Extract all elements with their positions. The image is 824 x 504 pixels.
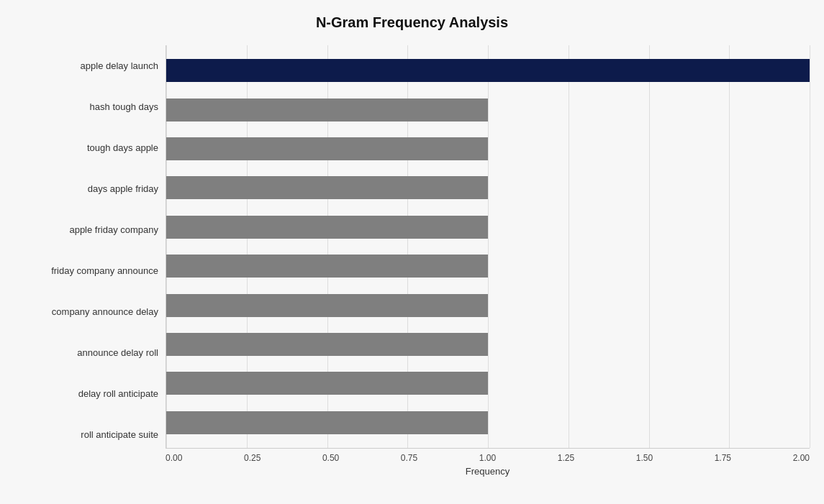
x-axis-label: 1.25	[558, 453, 574, 463]
y-label: roll anticipate suite	[14, 429, 158, 441]
bar-row	[166, 325, 810, 364]
y-labels: apple delay launchhash tough daystough d…	[14, 45, 166, 477]
bar-row	[166, 208, 810, 247]
bar-row	[166, 247, 810, 285]
y-label: hash tough days	[14, 101, 158, 113]
bar-6	[166, 294, 488, 317]
chart-container: N-Gram Frequency Analysis apple delay la…	[0, 0, 824, 504]
bar-row	[166, 51, 810, 90]
bar-row	[166, 364, 810, 403]
bar-row	[166, 90, 810, 129]
bar-row	[166, 129, 810, 168]
y-label: friday company announce	[14, 265, 158, 277]
y-label: company announce delay	[14, 306, 158, 318]
x-axis-labels: 0.000.250.500.751.001.251.501.752.00	[166, 453, 810, 463]
x-axis-section: 0.000.250.500.751.001.251.501.752.00 Fre…	[166, 449, 810, 477]
bar-5	[166, 255, 488, 278]
bar-rows	[166, 45, 810, 448]
y-label: apple delay launch	[14, 60, 158, 72]
x-axis-label: 1.00	[479, 453, 496, 463]
x-axis-label: 2.00	[793, 453, 810, 463]
bar-row	[166, 168, 810, 207]
grid-and-bars	[166, 45, 810, 449]
chart-area: apple delay launchhash tough daystough d…	[14, 45, 810, 477]
bar-1	[166, 98, 488, 122]
bar-9	[166, 411, 488, 434]
x-axis-title: Frequency	[166, 466, 810, 477]
bar-0	[166, 59, 810, 82]
bars-area: 0.000.250.500.751.001.251.501.752.00 Fre…	[166, 45, 810, 477]
grid-line	[810, 45, 810, 448]
bar-7	[166, 333, 488, 356]
x-axis-label: 0.25	[244, 453, 261, 463]
y-label: announce delay roll	[14, 347, 158, 359]
y-label: tough days apple	[14, 142, 158, 154]
bar-4	[166, 216, 488, 239]
chart-title: N-Gram Frequency Analysis	[14, 14, 810, 31]
bar-row	[166, 285, 810, 324]
bar-2	[166, 137, 488, 160]
bar-8	[166, 372, 488, 395]
y-label: days apple friday	[14, 183, 158, 195]
x-axis-label: 1.75	[715, 453, 731, 463]
bar-3	[166, 176, 488, 199]
y-label: delay roll anticipate	[14, 388, 158, 400]
y-label: apple friday company	[14, 224, 158, 236]
x-axis-label: 0.75	[401, 453, 417, 463]
x-axis-label: 0.00	[166, 453, 182, 463]
x-axis-label: 1.50	[636, 453, 653, 463]
x-axis-label: 0.50	[322, 453, 339, 463]
bar-row	[166, 403, 810, 442]
